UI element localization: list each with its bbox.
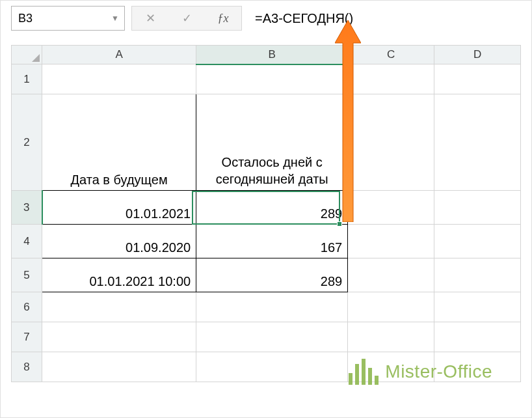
cell-D2[interactable] [434,94,521,191]
cancel-icon[interactable]: ✕ [132,7,168,30]
formula-input[interactable] [248,6,521,31]
cell-B5[interactable]: 289 [196,258,348,292]
cell-A4[interactable]: 01.09.2020 [42,225,196,258]
watermark-text: Mister-Office [385,361,492,382]
row-header-5[interactable]: 5 [12,258,42,292]
cell-D5[interactable] [434,258,521,292]
cell-B3[interactable]: 289 [196,191,348,225]
cell-B1[interactable] [196,64,348,94]
cell-A1[interactable] [42,64,196,94]
cell-B8[interactable] [196,352,348,382]
row-header-6[interactable]: 6 [12,292,42,322]
row-header-7[interactable]: 7 [12,322,42,352]
row-header-4[interactable]: 4 [12,225,42,258]
row-4: 4 01.09.2020 167 [12,225,521,258]
cell-A8[interactable] [42,352,196,382]
cell-D4[interactable] [434,225,521,258]
spreadsheet-grid: A B C D 1 2 Дата в будущем Осталось дней… [11,45,521,382]
name-box[interactable]: B3 ▼ [11,6,125,31]
row-1: 1 [12,64,521,94]
row-header-2[interactable]: 2 [12,94,42,191]
column-headers: A B C D [12,46,521,64]
cell-A7[interactable] [42,322,196,352]
cell-C3[interactable] [348,191,434,225]
cell-A3[interactable]: 01.01.2021 [42,191,196,225]
cell-B7[interactable] [196,322,348,352]
watermark-bars-icon [349,359,379,385]
watermark: Mister-Office [349,359,492,385]
cell-D3[interactable] [434,191,521,225]
cell-B6[interactable] [196,292,348,322]
name-box-value: B3 [18,12,33,25]
cell-D6[interactable] [434,292,521,322]
row-6: 6 [12,292,521,322]
cell-A2[interactable]: Дата в будущем [42,94,196,191]
row-5: 5 01.01.2021 10:00 289 [12,258,521,292]
cell-B4[interactable]: 167 [196,225,348,258]
col-header-C[interactable]: C [348,46,434,64]
dropdown-icon[interactable]: ▼ [111,14,119,23]
col-header-B[interactable]: B [196,46,348,64]
select-all-corner[interactable] [12,46,42,64]
cell-C4[interactable] [348,225,434,258]
row-7: 7 [12,322,521,352]
cell-A6[interactable] [42,292,196,322]
cell-C5[interactable] [348,258,434,292]
cell-B2[interactable]: Осталось дней с сегодняшней даты [196,94,348,191]
col-header-A[interactable]: A [42,46,196,64]
cell-C6[interactable] [348,292,434,322]
grid-table: A B C D 1 2 Дата в будущем Осталось дней… [11,45,521,382]
fx-icon[interactable]: ƒx [205,7,241,30]
cell-D1[interactable] [434,64,521,94]
cell-D7[interactable] [434,322,521,352]
cell-C7[interactable] [348,322,434,352]
formula-controls: ✕ ✓ ƒx [131,6,242,31]
accept-icon[interactable]: ✓ [168,7,205,30]
cell-C2[interactable] [348,94,434,191]
col-header-D[interactable]: D [434,46,521,64]
row-header-1[interactable]: 1 [12,64,42,94]
row-header-3[interactable]: 3 [12,191,42,225]
row-header-8[interactable]: 8 [12,352,42,382]
cell-A5[interactable]: 01.01.2021 10:00 [42,258,196,292]
row-3: 3 01.01.2021 289 [12,191,521,225]
formula-bar-row: B3 ▼ ✕ ✓ ƒx [1,1,531,41]
cell-C1[interactable] [348,64,434,94]
row-2: 2 Дата в будущем Осталось дней с сегодня… [12,94,521,191]
